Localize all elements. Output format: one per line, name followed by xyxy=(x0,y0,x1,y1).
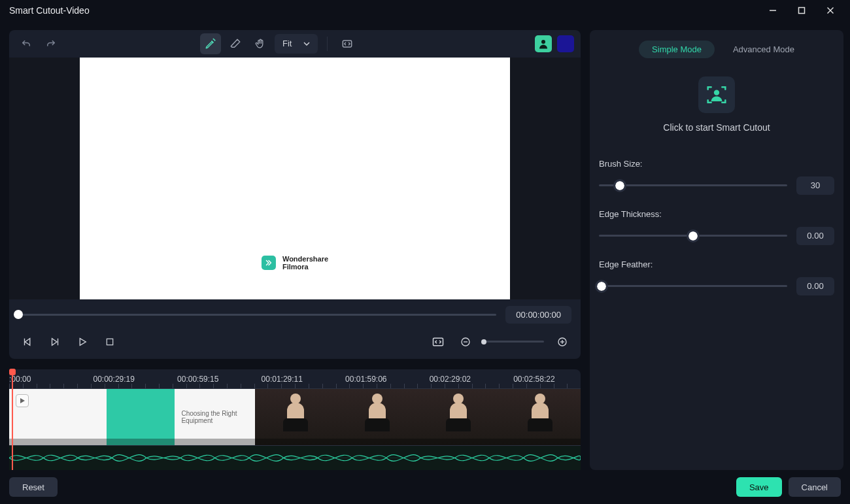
title-bar: Smart Cutout-Video xyxy=(0,0,850,21)
brush-size-value[interactable]: 30 xyxy=(796,176,834,195)
maximize-button[interactable] xyxy=(787,1,816,20)
watermark-line1: Wondershare xyxy=(282,255,328,263)
mode-tabs: Simple Mode Advanced Mode xyxy=(599,41,834,58)
seek-thumb[interactable] xyxy=(14,310,23,319)
ruler-mark: 00:02:29:02 xyxy=(430,375,471,384)
ruler-mark: 00:00:29:19 xyxy=(94,375,135,384)
video-track[interactable]: Choosing the Right Equipment xyxy=(9,389,581,446)
dialog-footer: Reset Save Cancel xyxy=(0,470,850,504)
undo-button[interactable] xyxy=(16,33,37,54)
ruler-mark: 00:00:59:15 xyxy=(177,375,218,384)
stop-button[interactable] xyxy=(101,333,119,351)
timeline-ruler[interactable]: :00:0000:00:29:1900:00:59:1500:01:29:110… xyxy=(9,369,581,389)
transport-bar: 00:00:00:00 xyxy=(9,299,581,359)
mask-swatches xyxy=(535,35,574,52)
edge-thickness-slider[interactable] xyxy=(599,235,787,237)
edge-feather-group: Edge Feather: 0.00 xyxy=(599,260,834,295)
brush-size-slider[interactable] xyxy=(599,184,787,186)
step-fwd-button[interactable] xyxy=(46,333,64,351)
edge-feather-value[interactable]: 0.00 xyxy=(796,277,834,295)
watermark: Wondershare Filmora xyxy=(262,255,328,271)
chevron-down-icon xyxy=(303,41,310,47)
clip-caption: Choosing the Right Equipment xyxy=(181,410,254,424)
watermark-line2: Filmora xyxy=(282,263,328,271)
timeline-tracks: Choosing the Right Equipment xyxy=(9,389,581,471)
brush-size-label: Brush Size: xyxy=(599,159,834,169)
playhead[interactable] xyxy=(12,369,13,471)
window-title: Smart Cutout-Video xyxy=(9,5,90,16)
svg-rect-9 xyxy=(434,338,443,346)
zoom-slider-thumb[interactable] xyxy=(481,339,486,344)
main-area: Fit W xyxy=(0,21,850,470)
play-button[interactable] xyxy=(73,333,92,351)
svg-point-5 xyxy=(541,40,545,44)
waveform xyxy=(9,446,581,470)
svg-point-17 xyxy=(714,90,719,95)
background-swatch[interactable] xyxy=(557,35,574,52)
brush-tool-button[interactable] xyxy=(200,33,221,54)
reset-button[interactable]: Reset xyxy=(9,477,58,497)
edge-thickness-group: Edge Thickness: 0.00 xyxy=(599,209,834,245)
save-button[interactable]: Save xyxy=(736,477,782,497)
left-panel: Fit W xyxy=(9,30,581,470)
seek-slider[interactable] xyxy=(18,314,496,316)
edge-feather-label: Edge Feather: xyxy=(599,260,834,269)
right-panel: Simple Mode Advanced Mode Click to start… xyxy=(590,30,843,470)
compare-button[interactable] xyxy=(337,33,358,54)
simple-mode-tab[interactable]: Simple Mode xyxy=(639,41,715,58)
cutout-person-icon xyxy=(704,82,730,108)
redo-button[interactable] xyxy=(41,33,61,54)
zoom-in-button[interactable] xyxy=(553,333,571,351)
svg-rect-1 xyxy=(799,7,805,13)
timecode-display: 00:00:00:00 xyxy=(505,306,571,324)
cancel-button[interactable]: Cancel xyxy=(789,477,841,497)
window-controls xyxy=(758,1,845,20)
preview-canvas: Wondershare Filmora xyxy=(80,58,510,299)
edge-thickness-value[interactable]: 0.00 xyxy=(796,227,834,245)
smart-cutout-start-label: Click to start Smart Cutout xyxy=(663,122,770,133)
timeline: :00:0000:00:29:1900:00:59:1500:01:29:110… xyxy=(9,369,581,471)
wondershare-logo-icon xyxy=(262,256,276,270)
brush-size-group: Brush Size: 30 xyxy=(599,159,834,195)
ruler-mark: 00:01:59:06 xyxy=(345,375,386,384)
smart-cutout-start: Click to start Smart Cutout xyxy=(599,76,834,133)
close-button[interactable] xyxy=(816,1,845,20)
prev-frame-button[interactable] xyxy=(18,333,37,351)
clip-preview-button[interactable] xyxy=(16,394,29,407)
edge-thickness-label: Edge Thickness: xyxy=(599,209,834,219)
foreground-swatch[interactable] xyxy=(535,35,552,52)
zoom-out-button[interactable] xyxy=(456,333,475,351)
pan-tool-button[interactable] xyxy=(250,33,271,54)
smart-cutout-start-button[interactable] xyxy=(698,76,735,113)
toolbar-separator xyxy=(327,37,328,51)
fit-screen-button[interactable] xyxy=(429,333,447,351)
svg-rect-8 xyxy=(107,339,112,344)
person-icon xyxy=(537,38,549,50)
ruler-mark: 00:01:29:11 xyxy=(262,375,303,384)
advanced-mode-tab[interactable]: Advanced Mode xyxy=(733,44,794,54)
preview-toolbar: Fit xyxy=(9,30,581,58)
edge-feather-slider[interactable] xyxy=(599,285,787,287)
eraser-tool-button[interactable] xyxy=(225,33,246,54)
zoom-slider[interactable] xyxy=(484,341,544,343)
minimize-button[interactable] xyxy=(758,1,787,20)
edge-feather-thumb[interactable] xyxy=(597,282,606,291)
ruler-mark: 00:02:58:22 xyxy=(513,375,554,384)
audio-track[interactable] xyxy=(9,445,581,470)
preview-area[interactable]: Wondershare Filmora xyxy=(9,58,581,299)
zoom-select[interactable]: Fit xyxy=(275,34,318,54)
brush-size-thumb[interactable] xyxy=(615,181,624,190)
zoom-label: Fit xyxy=(282,39,292,48)
edge-thickness-thumb[interactable] xyxy=(688,231,698,241)
